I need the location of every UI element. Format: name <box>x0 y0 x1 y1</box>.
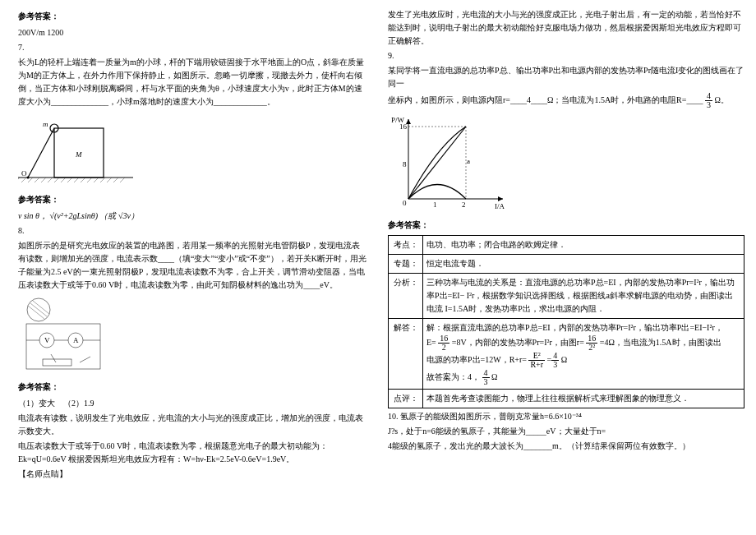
left-column: 参考答案： 200V/m 1200 7. 长为L的轻杆上端连着一质量为m的小球，… <box>0 0 378 535</box>
q8-exp2: 电压表读数大于或等于0.60 V时，电流表读数为零，根据题意光电子的最大初动能为… <box>18 440 366 466</box>
frac-4-3: 43 <box>705 92 712 109</box>
svg-line-16 <box>113 178 118 182</box>
svg-text:m: m <box>43 120 48 128</box>
q7-body: 长为L的轻杆上端连着一质量为m的小球，杆的下端用铰链固接于水平地面上的O点，斜靠… <box>18 56 366 108</box>
row-fx: 三种功率与电流的关系是：直流电源的总功率P总=EI，内部的发热功率Pr=I²r，… <box>423 274 744 319</box>
q10-line1: 10. 氢原子的能级图如图所示，普朗克常量h=6.6×10⁻³⁴ <box>388 410 744 423</box>
row-kd: 电功、电功率；闭合电路的欧姆定律． <box>423 236 744 255</box>
row-dp-label: 点评： <box>389 390 423 408</box>
q9-body2a: 坐标内，如图所示，则电源内阻r=____4____Ω；当电流为1.5A时，外电路… <box>388 95 703 104</box>
row-dp: 本题首先考查读图能力，物理上往往根据解析式来理解图象的物理意义． <box>423 390 744 408</box>
svg-line-15 <box>107 178 112 182</box>
q8-exp1: 电流表有读数，说明发生了光电效应，光电流的大小与光的强度成正比，增加光的强度，电… <box>18 412 366 438</box>
svg-text:a: a <box>467 157 470 165</box>
q8-body: 如图所示的是研究光电效应的装置的电路图，若用某一频率的光照射光电管阴极P，发现电… <box>18 239 366 292</box>
svg-line-8 <box>61 178 66 182</box>
svg-text:V: V <box>44 336 50 344</box>
svg-line-20 <box>28 128 54 178</box>
q8-number: 8. <box>18 224 366 238</box>
svg-line-10 <box>74 178 79 182</box>
svg-rect-29 <box>26 324 100 369</box>
svg-text:M: M <box>75 150 82 159</box>
svg-line-2 <box>21 178 26 182</box>
svg-text:2: 2 <box>462 201 466 209</box>
svg-text:I/A: I/A <box>495 202 505 210</box>
svg-line-14 <box>100 178 105 182</box>
teacher-tip-label: 【名师点睛】 <box>18 468 366 481</box>
row-zt-label: 专题： <box>389 255 423 274</box>
svg-line-38 <box>51 354 56 362</box>
svg-line-7 <box>54 178 59 182</box>
svg-line-17 <box>120 178 125 182</box>
right-top-text: 发生了光电效应时，光电流的大小与光的强度成正比，光电子射出后，有一定的动能，若当… <box>388 8 744 48</box>
q9-chart: P/WI/A 168 012 a <box>388 113 744 215</box>
svg-line-1 <box>18 178 20 182</box>
svg-text:1: 1 <box>433 201 437 209</box>
svg-text:16: 16 <box>399 122 408 131</box>
svg-text:O: O <box>21 169 27 178</box>
svg-line-4 <box>35 178 39 182</box>
svg-line-11 <box>81 178 85 182</box>
q8-answer1: （1）变大 （2）1.9 <box>18 397 366 410</box>
q9-body2: 坐标内，如图所示，则电源内阻r=____4____Ω；当电流为1.5A时，外电路… <box>388 92 744 109</box>
svg-text:8: 8 <box>403 160 407 168</box>
q10-line2: J?s，处于n=6能级的氢原子，其能量为_____eV；大量处于n= <box>388 425 744 438</box>
q9-body1: 某同学将一直流电源的总功率P总、输出功率P出和电源内部的发热功率Pr随电流I变化… <box>388 64 744 90</box>
svg-line-9 <box>67 178 72 182</box>
answer-label: 参考答案： <box>18 10 366 23</box>
row-jd-label: 解答： <box>389 319 423 390</box>
svg-line-39 <box>80 357 90 362</box>
svg-text:A: A <box>73 336 79 344</box>
q8-circuit-diagram: V A <box>18 295 366 377</box>
q7-diagram: M m O <box>18 112 366 190</box>
svg-point-23 <box>27 177 30 179</box>
q9-body2b: Ω。 <box>714 95 728 104</box>
svg-line-53 <box>408 127 466 199</box>
q10-line3: 4能级的氢原子，发出光的最大波长为_______m。（计算结果保留两位有效数字。… <box>388 440 744 453</box>
svg-line-13 <box>94 178 99 182</box>
row-fx-label: 分析： <box>389 274 423 319</box>
answer-label: 参考答案： <box>18 380 366 394</box>
svg-line-5 <box>41 178 46 182</box>
svg-rect-37 <box>43 359 71 366</box>
svg-line-12 <box>87 178 92 182</box>
svg-text:0: 0 <box>403 199 407 207</box>
row-kd-label: 考点： <box>389 236 423 255</box>
q9-answer-table: 考点：电功、电功率；闭合电路的欧姆定律． 专题：恒定电流专题． 分析：三种功率与… <box>388 235 744 408</box>
svg-line-6 <box>48 178 53 182</box>
row-jd: 解：根据直流电源的总功率P总=EI，内部的发热功率Pr=I²r，输出功率P出=E… <box>423 319 744 390</box>
answer-label: 参考答案： <box>388 219 744 232</box>
right-column: 发生了光电效应时，光电流的大小与光的强度成正比，光电子射出后，有一定的动能，若当… <box>378 0 756 535</box>
q7-answer: v sin θ， √(v²+2gLsinθ) （或 √3v） <box>18 210 366 223</box>
q7-number: 7. <box>18 41 366 54</box>
row-zt: 恒定电流专题． <box>423 255 744 274</box>
q6-answer: 200V/m 1200 <box>18 26 366 39</box>
answer-label: 参考答案： <box>18 193 366 206</box>
svg-marker-41 <box>498 196 503 201</box>
q9-number: 9. <box>388 49 744 62</box>
